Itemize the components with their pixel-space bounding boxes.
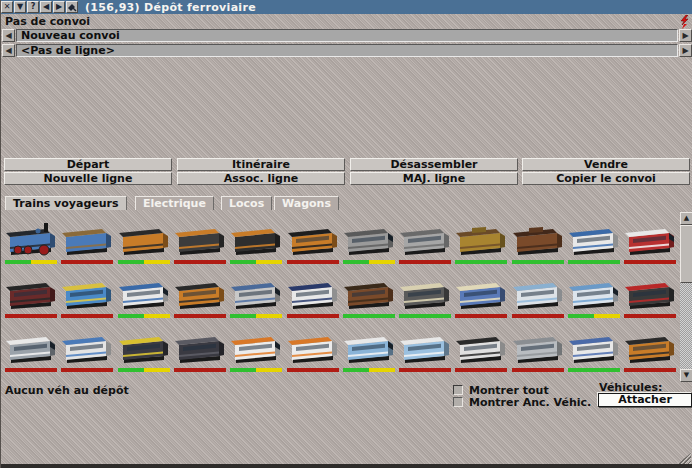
vehicle-status-bar <box>118 260 170 264</box>
attach-button[interactable]: Attacher <box>598 393 692 407</box>
vehicle-status-bar <box>512 260 564 264</box>
vehicle-status-bar <box>230 260 282 264</box>
show-old-vehicles-checkbox[interactable] <box>453 397 463 407</box>
convoy-status-label: Pas de convoi <box>5 15 90 28</box>
scroll-up-icon[interactable]: ▲ <box>680 212 692 225</box>
vehicle-cell[interactable] <box>453 320 509 374</box>
line-prev-button[interactable]: ◀ <box>2 44 15 57</box>
vehicle-cell[interactable] <box>510 266 566 320</box>
vehicle-status-bar <box>174 368 226 372</box>
vehicle-scrollbar[interactable]: ▲ ▼ <box>680 212 692 382</box>
vehicle-status-bar <box>512 314 564 318</box>
vehicle-cell[interactable] <box>228 320 284 374</box>
next-window-icon[interactable]: ▶ <box>53 1 65 13</box>
vehicle-cell[interactable] <box>285 320 341 374</box>
vehicle-cell[interactable] <box>397 212 453 266</box>
vehicle-cell[interactable] <box>59 320 115 374</box>
new-line-button[interactable]: Nouvelle ligne <box>4 172 172 185</box>
vehicle-status-bar <box>61 368 113 372</box>
depart-button[interactable]: Départ <box>4 158 172 171</box>
vehicle-cell[interactable] <box>453 266 509 320</box>
assign-line-button[interactable]: Assoc. ligne <box>177 172 345 185</box>
vehicle-status-bar <box>399 368 451 372</box>
vehicle-cell[interactable] <box>59 266 115 320</box>
convoy-prev-button[interactable]: ◀ <box>2 29 15 42</box>
vehicle-status-bar <box>5 368 57 372</box>
vehicle-status-bar <box>343 260 395 264</box>
scrollbar-thumb[interactable] <box>680 225 692 283</box>
close-icon[interactable]: ✕ <box>1 1 13 13</box>
window-bottom-edge <box>1 464 692 468</box>
vehicle-cell[interactable] <box>3 266 59 320</box>
vehicle-cell[interactable] <box>285 212 341 266</box>
vehicle-cell[interactable] <box>172 212 228 266</box>
vehicle-cell[interactable] <box>341 212 397 266</box>
scroll-down-icon[interactable]: ▼ <box>680 369 692 382</box>
pin-icon[interactable] <box>66 1 78 13</box>
vehicle-cell[interactable] <box>59 212 115 266</box>
convoy-name-input[interactable] <box>16 29 678 42</box>
vehicle-cell[interactable] <box>116 320 172 374</box>
vehicle-status-bar <box>174 314 226 318</box>
vehicle-row <box>3 320 679 374</box>
vehicle-cell[interactable] <box>622 266 678 320</box>
depot-window: ✕ ▼ ? ◀ ▶ (156,93) Dépôt ferroviaire Pas… <box>0 0 692 468</box>
electrified-icon <box>679 15 690 29</box>
vehicle-cell[interactable] <box>228 212 284 266</box>
vehicle-cell[interactable] <box>341 320 397 374</box>
show-old-vehicles-label[interactable]: Montrer Anc. Véhic. <box>469 396 591 409</box>
vehicle-cell[interactable] <box>116 266 172 320</box>
vehicle-cell[interactable] <box>453 212 509 266</box>
vehicle-cell[interactable] <box>116 212 172 266</box>
shade-icon[interactable]: ▼ <box>14 1 26 13</box>
vehicle-cell[interactable] <box>228 266 284 320</box>
tab-electric[interactable]: Electrique <box>135 196 214 210</box>
vehicle-status-bar <box>343 368 395 372</box>
update-line-button[interactable]: MAJ. ligne <box>350 172 518 185</box>
vehicle-cell[interactable] <box>566 212 622 266</box>
help-icon[interactable]: ? <box>27 1 39 13</box>
vehicle-cell[interactable] <box>622 212 678 266</box>
vehicle-status-bar <box>624 260 676 264</box>
vehicle-status-bar <box>455 260 507 264</box>
vehicle-cell[interactable] <box>566 320 622 374</box>
convoy-next-button[interactable]: ▶ <box>679 29 692 42</box>
vehicle-status-bar <box>568 260 620 264</box>
tab-passenger-trains[interactable]: Trains voyageurs <box>5 196 127 210</box>
vehicle-cell[interactable] <box>566 266 622 320</box>
vehicle-cell[interactable] <box>510 212 566 266</box>
tab-wagons[interactable]: Wagons <box>274 196 339 210</box>
vehicle-row <box>3 212 679 266</box>
vehicle-status-bar <box>512 368 564 372</box>
tab-locos[interactable]: Locos <box>221 196 272 210</box>
sell-button[interactable]: Vendre <box>522 158 690 171</box>
vehicle-cell[interactable] <box>341 266 397 320</box>
depot-empty-label: Aucun véh au dépôt <box>5 384 129 397</box>
vehicle-cell[interactable] <box>3 212 59 266</box>
vehicle-status-bar <box>568 368 620 372</box>
vehicle-status-bar <box>399 260 451 264</box>
vehicle-status-bar <box>624 314 676 318</box>
vehicle-status-bar <box>287 368 339 372</box>
vehicle-status-bar <box>174 260 226 264</box>
vehicle-cell[interactable] <box>622 320 678 374</box>
window-title: (156,93) Dépôt ferroviaire <box>85 1 256 14</box>
prev-window-icon[interactable]: ◀ <box>40 1 52 13</box>
vehicle-cell[interactable] <box>3 320 59 374</box>
disassemble-button[interactable]: Désassembler <box>350 158 518 171</box>
vehicle-cell[interactable] <box>172 320 228 374</box>
copy-convoy-button[interactable]: Copier le convoi <box>522 172 690 185</box>
itinerary-button[interactable]: Itinéraire <box>177 158 345 171</box>
line-next-button[interactable]: ▶ <box>679 44 692 57</box>
vehicle-cell[interactable] <box>285 266 341 320</box>
vehicle-status-bar <box>5 314 57 318</box>
vehicle-cell[interactable] <box>397 266 453 320</box>
titlebar[interactable]: ✕ ▼ ? ◀ ▶ (156,93) Dépôt ferroviaire <box>1 0 692 14</box>
vehicle-cell[interactable] <box>510 320 566 374</box>
resize-grip-icon[interactable] <box>677 453 691 464</box>
line-select-field[interactable] <box>16 44 678 57</box>
vehicle-cell[interactable] <box>172 266 228 320</box>
show-all-checkbox[interactable] <box>453 385 463 395</box>
vehicle-cell[interactable] <box>397 320 453 374</box>
vehicle-status-bar <box>343 314 395 318</box>
